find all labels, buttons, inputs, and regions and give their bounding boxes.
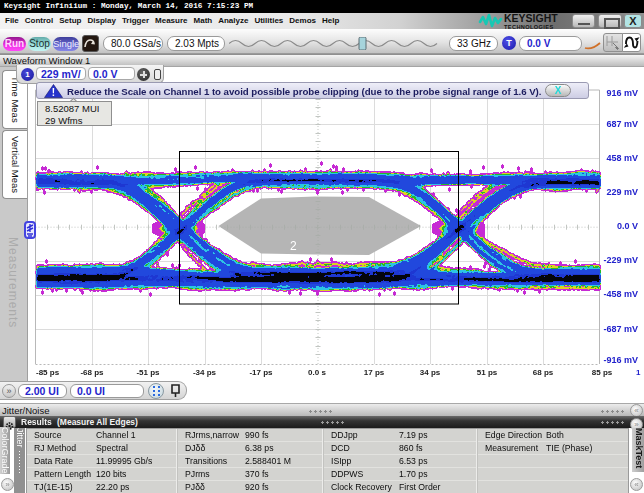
svg-text:!: !	[52, 87, 55, 98]
svg-text:KEYSIGHT: KEYSIGHT	[504, 12, 558, 24]
